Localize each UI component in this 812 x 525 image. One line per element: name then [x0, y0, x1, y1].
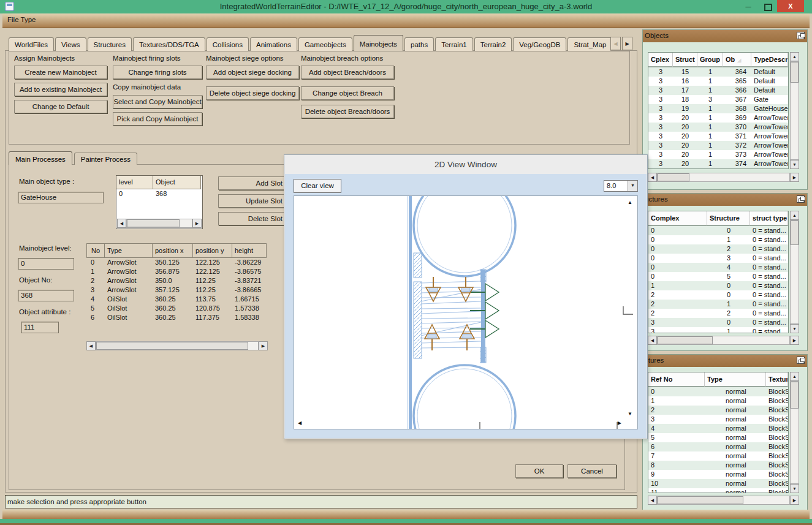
table-row[interactable]: 3183367Gate	[648, 95, 788, 104]
objects-vscroll-thumb[interactable]	[791, 62, 799, 83]
tab-strat-map[interactable]: Strat_Map	[567, 37, 610, 51]
table-row[interactable]: 0normalBlockSe	[648, 387, 788, 396]
textures-hscroll-right-icon[interactable]	[790, 496, 799, 505]
object-no-field[interactable]: 368	[18, 290, 74, 301]
table-row[interactable]: 300 = stand...	[648, 318, 788, 327]
cancel-button[interactable]: Cancel	[567, 464, 617, 478]
table-row[interactable]: 3161365Default	[648, 77, 788, 86]
tab-structures[interactable]: Structures	[88, 37, 132, 51]
table-header-row[interactable]: Ref NoTypeTextur	[648, 372, 788, 387]
table-row[interactable]: 210 = stand...	[648, 300, 788, 309]
delete-object-breach-doors-button[interactable]: Delete object Breach/doors	[301, 105, 394, 118]
create-new-mainobject-button[interactable]: Create new Mainobject	[14, 66, 107, 79]
tab-textures-dds-tga[interactable]: Textures/DDS/TGA	[133, 37, 205, 51]
structures-hscroll-thumb[interactable]	[658, 336, 713, 344]
table-row[interactable]: 0ArrowSlot350.125122.125-3.86229	[86, 258, 268, 267]
textures-panel-header[interactable]: ctures	[643, 355, 807, 367]
table-row[interactable]: 030 = stand...	[648, 254, 788, 263]
tab-scroll-right-icon[interactable]: ▶	[622, 37, 632, 50]
zoom-combo[interactable]: 8.0	[604, 180, 638, 192]
table-row[interactable]: 020 = stand...	[648, 244, 788, 254]
mainobject-level-field[interactable]: 0	[18, 258, 74, 270]
tab-terrain2[interactable]: Terrain2	[474, 37, 512, 51]
select-and-copy-mainobject-button[interactable]: Select and Copy Mainobject	[113, 95, 202, 108]
textures-vscroll-thumb[interactable]	[791, 382, 799, 409]
level-table-scrollbar[interactable]	[126, 219, 192, 228]
table-row[interactable]: 040 = stand...	[648, 263, 788, 272]
textures-hscrollbar[interactable]	[657, 496, 790, 505]
structures-vscroll-thumb[interactable]	[791, 221, 799, 245]
table-row[interactable]: 3201372ArrowTower	[648, 141, 788, 150]
pick-and-copy-mainobject-button[interactable]: Pick and Copy Mainobject	[113, 112, 202, 126]
2d-view-canvas[interactable]: ▲ ▼ ◀ ▶	[294, 195, 638, 429]
objects-panel-header[interactable]: Objects	[643, 30, 807, 42]
change-object-breach-button[interactable]: Change object Breach	[301, 86, 394, 100]
structures-vscrollbar[interactable]	[790, 220, 799, 324]
textures-scroll-up-icon[interactable]	[790, 372, 799, 381]
tab-scroll-left-icon[interactable]: ◀	[610, 37, 621, 50]
table-row[interactable]: 3201369ArrowTower	[648, 113, 788, 123]
table-header-row[interactable]: CplexStructGroupObTypeDescr	[648, 53, 788, 67]
delete-slot-button[interactable]: Delete Slot	[218, 212, 289, 225]
2d-view-dialog-title[interactable]: 2D View Window	[285, 156, 647, 174]
change-firing-slots-button[interactable]: Change firing slots	[113, 66, 202, 79]
objects-hscroll-right-icon[interactable]	[790, 173, 799, 182]
ok-button[interactable]: OK	[515, 464, 563, 478]
add-to-existing-mainobject-button[interactable]: Add to existing Mainobject	[14, 83, 107, 96]
minimize-button[interactable]	[740, 2, 756, 12]
level-table-scroll-left-icon[interactable]	[117, 219, 126, 228]
table-row[interactable]: 3normalBlockSe	[648, 415, 788, 424]
level-table-scroll-right-icon[interactable]	[192, 219, 202, 228]
table-row[interactable]: 5OilSlot360.25120.8751.57338	[86, 304, 268, 313]
table-row[interactable]: 4OilSlot360.25113.751.66715	[86, 295, 268, 304]
table-row[interactable]: 2ArrowSlot350.0112.25-3.83721	[86, 276, 268, 285]
object-attribute-field[interactable]: 111	[21, 322, 59, 333]
table-row[interactable]: 310 = stand	[648, 327, 788, 333]
canvas-scroll-left-icon[interactable]: ◀	[298, 420, 302, 426]
float-panel-icon[interactable]	[797, 32, 805, 39]
table-row[interactable]: 100 = stand...	[648, 281, 788, 290]
table-row[interactable]: 10normalBlockSe	[648, 479, 788, 488]
tab-paths[interactable]: paths	[404, 37, 434, 51]
objects-hscroll-left-icon[interactable]	[648, 173, 657, 182]
tab-terrain1[interactable]: Terrain1	[435, 37, 473, 51]
slots-table-scroll-left-icon[interactable]	[86, 341, 96, 350]
table-row[interactable]: 3201373ArrowTower	[648, 150, 788, 159]
clear-view-button[interactable]: Clear view	[294, 179, 341, 193]
delete-object-siege-docking-button[interactable]: Delete object siege docking	[206, 86, 299, 100]
structures-hscroll-left-icon[interactable]	[648, 336, 657, 345]
objects-hscroll-thumb[interactable]	[658, 173, 689, 181]
table-row[interactable]: 3151364Default	[648, 67, 788, 77]
canvas-scroll-up-icon[interactable]: ▲	[628, 200, 632, 205]
objects-scroll-down-icon[interactable]	[790, 160, 799, 169]
table-row[interactable]: 4normalBlockSe	[648, 424, 788, 433]
table-row[interactable]: 3171366Default	[648, 86, 788, 95]
add-object-siege-docking-button[interactable]: Add object siege docking	[206, 66, 299, 79]
slots-table-scroll-thumb[interactable]	[96, 342, 248, 350]
tab-animations[interactable]: Animations	[250, 37, 297, 51]
table-row[interactable]: 5normalBlockSe	[648, 433, 788, 442]
table-row[interactable]: 1normalBlockSe	[648, 396, 788, 406]
tab-veg-geogdb[interactable]: Veg/GeogDB	[513, 37, 566, 51]
table-row[interactable]: 6OilSlot360.25117.3751.58338	[86, 313, 268, 322]
table-row[interactable]: 7normalBlockSe	[648, 451, 788, 461]
table-row[interactable]: 000 = stand...	[648, 226, 788, 235]
float-panel-icon[interactable]	[797, 357, 805, 364]
tab-gameobjects[interactable]: Gameobjects	[298, 37, 352, 51]
chevron-down-icon[interactable]	[628, 181, 637, 191]
table-row[interactable]: 3191368GateHouse	[648, 104, 788, 113]
structures-hscrollbar[interactable]	[657, 336, 790, 345]
table-row[interactable]: 6normalBlockSe	[648, 442, 788, 451]
close-button[interactable]	[777, 0, 804, 12]
tab-main-processes[interactable]: Main Processes	[9, 151, 72, 165]
textures-hscroll-left-icon[interactable]	[648, 496, 657, 505]
add-object-breach-doors-button[interactable]: Add object Breach/doors	[301, 66, 394, 79]
change-to-default-button[interactable]: Change to Default	[14, 100, 107, 113]
main-object-type-field[interactable]: GateHouse	[18, 192, 104, 203]
menu-file-type[interactable]: File Type	[7, 16, 36, 23]
update-slot-button[interactable]: Update Slot	[218, 194, 289, 208]
tab-views[interactable]: Views	[55, 37, 86, 51]
objects-vscrollbar[interactable]	[790, 61, 799, 160]
table-row[interactable]: 220 = stand...	[648, 309, 788, 318]
table-row[interactable]: 9normalBlockSe	[648, 470, 788, 479]
